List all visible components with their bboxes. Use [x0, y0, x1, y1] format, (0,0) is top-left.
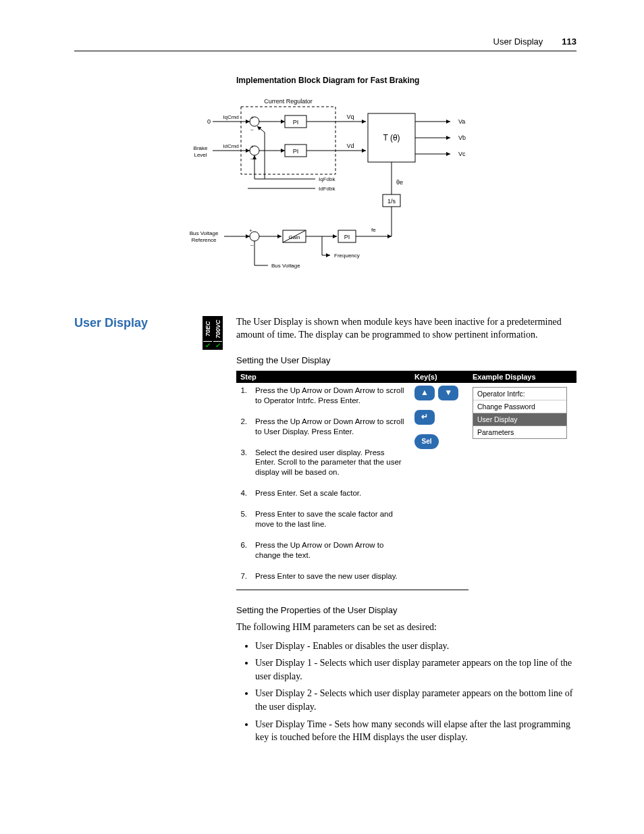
svg-text:Reference: Reference [192, 237, 217, 243]
svg-text:Current Regulator: Current Regulator [264, 98, 313, 105]
steps-table: Step Key(s) Example Displays 1. Press th… [236, 371, 576, 590]
header-page-number: 113 [562, 36, 576, 47]
sel-key[interactable]: Sel [414, 434, 439, 449]
step-number: 2. [236, 414, 251, 445]
header-title: User Display [493, 36, 543, 47]
section-heading: User Display [74, 316, 148, 330]
svg-text:fe: fe [371, 227, 376, 233]
model-badges: 70EC ✔ 700VC ✔ [203, 316, 223, 350]
svg-text:–: – [250, 155, 254, 161]
col-step: Step [236, 371, 410, 383]
list-item: User Display - Enables or disables the u… [255, 640, 576, 653]
display-row: Parameters [473, 426, 566, 438]
step-text: Press the Up Arrow or Down Arrow to chan… [251, 538, 410, 569]
svg-text:T (θ): T (θ) [383, 133, 400, 142]
page-header: User Display 113 [74, 36, 576, 51]
props-heading: Setting the Properties of the User Displ… [236, 605, 576, 615]
svg-text:Level: Level [194, 152, 207, 158]
figure-caption: Implementation Block Diagram for Fast Br… [236, 76, 576, 85]
svg-text:–: – [250, 126, 254, 132]
list-item: User Display 2 - Selects which user disp… [255, 687, 576, 713]
display-row-selected: User Display [473, 413, 566, 426]
step-text: Press Enter to save the new user display… [251, 569, 410, 590]
svg-text:Brake: Brake [194, 145, 208, 151]
step-number: 1. [236, 383, 251, 414]
svg-text:Vc: Vc [458, 151, 466, 157]
svg-text:+: + [249, 228, 252, 234]
svg-text:Bus Voltage: Bus Voltage [190, 230, 219, 236]
svg-text:PI: PI [344, 234, 350, 240]
step-number: 4. [236, 486, 251, 506]
block-diagram: Current Regulator + – PI + – PI 0 IqCmd … [74, 93, 576, 289]
check-icon: ✔ [203, 341, 212, 349]
svg-text:IqFdbk: IqFdbk [319, 176, 336, 182]
step-number: 3. [236, 445, 251, 486]
step-text: Press Enter. Set a scale factor. [251, 486, 410, 506]
col-keys: Key(s) [410, 371, 468, 383]
svg-text:θe: θe [396, 179, 403, 186]
svg-text:PI: PI [293, 148, 299, 155]
step-number: 7. [236, 569, 251, 590]
list-item: User Display Time - Sets how many second… [255, 718, 576, 744]
step-text: Select the desired user display. Press E… [251, 445, 410, 486]
svg-text:Frequency: Frequency [334, 253, 360, 259]
step-number: 6. [236, 538, 251, 569]
svg-text:Vq: Vq [346, 113, 354, 120]
svg-text:+: + [250, 144, 254, 150]
list-item: User Display 1 - Selects which user disp… [255, 656, 576, 683]
svg-line-37 [257, 126, 265, 132]
svg-text:0: 0 [207, 118, 211, 125]
up-arrow-key[interactable]: ▲ [414, 386, 435, 400]
enter-key[interactable]: ↵ [414, 410, 435, 425]
svg-text:IqCmd: IqCmd [223, 114, 239, 120]
props-list: User Display - Enables or disables the u… [236, 640, 576, 744]
svg-text:–: – [250, 242, 254, 248]
svg-text:IdCmd: IdCmd [223, 143, 239, 149]
svg-text:Vd: Vd [346, 142, 354, 149]
svg-text:Bus Voltage: Bus Voltage [271, 263, 300, 269]
display-row: Change Password [473, 400, 566, 413]
svg-text:PI: PI [293, 119, 299, 126]
badge-70ec: 70EC [203, 317, 212, 341]
step-text: Press Enter to save the scale factor and… [251, 506, 410, 538]
col-example: Example Displays [468, 371, 576, 383]
svg-text:Vb: Vb [458, 134, 466, 141]
check-icon: ✔ [213, 341, 222, 349]
svg-text:+: + [250, 115, 254, 121]
svg-text:1/s: 1/s [387, 198, 396, 205]
intro-text: The User Display is shown when module ke… [236, 316, 576, 342]
step-text: Press the Up Arrow or Down Arrow to scro… [251, 383, 410, 414]
step-text: Press the Up Arrow or Down Arrow to scro… [251, 414, 410, 445]
svg-text:Va: Va [458, 118, 465, 125]
subheading: Setting the User Display [236, 355, 576, 365]
svg-text:IdFdbk: IdFdbk [319, 186, 336, 192]
down-arrow-key[interactable]: ▼ [438, 386, 458, 400]
step-number: 5. [236, 506, 251, 538]
display-title: Operator Intrfc: [473, 388, 566, 400]
example-display: Operator Intrfc: Change Password User Di… [473, 387, 567, 440]
props-intro: The following HIM parameters can be set … [236, 621, 576, 634]
badge-700vc: 700VC [213, 317, 222, 341]
svg-text:Gain: Gain [289, 234, 300, 240]
